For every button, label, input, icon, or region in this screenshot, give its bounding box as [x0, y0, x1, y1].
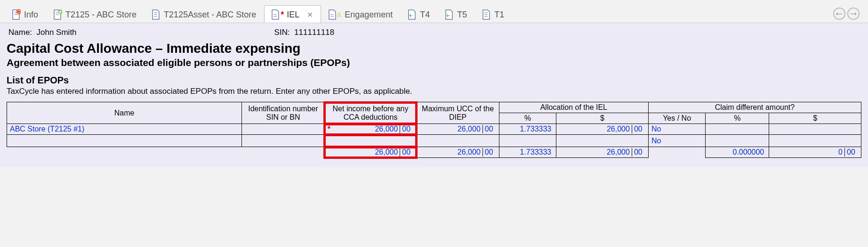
total-cd-dollars: 0 — [772, 148, 845, 156]
total-net-cents: 00 — [400, 148, 413, 156]
cd-pct[interactable] — [706, 124, 769, 135]
page-subtitle: Agreement between associated eligible pe… — [7, 57, 861, 68]
tab-iel[interactable]: * IEL ✕ — [264, 5, 321, 23]
name-value: John Smith — [37, 28, 77, 37]
page-title: Capital Cost Allowance – Immediate expen… — [7, 41, 861, 56]
tab-label: T2125Asset - ABC Store — [164, 10, 256, 20]
tab-label: IEL — [287, 10, 299, 20]
th-claimdiff: Claim different amount? — [648, 102, 861, 113]
doc-icon — [151, 9, 161, 20]
doc-icon — [481, 9, 491, 20]
tab-label: Info — [24, 10, 38, 20]
row-id[interactable] — [242, 124, 324, 135]
tab-t5[interactable]: T5 — [438, 5, 475, 23]
alloc-pct[interactable] — [499, 135, 556, 147]
tab-engagement[interactable]: ⚠ Engagement — [321, 5, 401, 23]
alloc-dollars[interactable]: 26,000 — [559, 125, 632, 133]
table-row: No — [7, 135, 861, 147]
doc-plus-icon — [407, 9, 417, 20]
total-cd-cents: 00 — [845, 148, 858, 156]
th-cd-dol: $ — [769, 113, 861, 124]
tab-label: T5 — [457, 10, 467, 20]
total-ucc-dollars: 26,000 — [419, 148, 482, 156]
doc-check-icon — [52, 9, 63, 20]
th-allocation: Allocation of the IEL — [499, 102, 648, 113]
nav-prev-button[interactable]: ← — [833, 8, 845, 20]
th-cd-pct: % — [706, 113, 769, 124]
warning-icon: ⚠ — [337, 11, 342, 18]
sin-label: SIN: — [274, 28, 290, 37]
ucc-amount[interactable] — [417, 135, 499, 147]
totals-row: 26,00000 26,00000 1.733333 26,00000 0.00… — [7, 147, 861, 158]
yesno-select[interactable]: No — [651, 137, 661, 145]
tab-t1[interactable]: T1 — [475, 5, 512, 23]
row-name[interactable]: ABC Store (T2125 #1) — [10, 125, 239, 133]
total-ucc-cents: 00 — [483, 148, 496, 156]
alloc-cents[interactable]: 00 — [632, 125, 645, 133]
th-alloc-dol: $ — [556, 113, 649, 124]
cd-pct[interactable] — [706, 135, 769, 147]
required-star-icon: * — [328, 125, 332, 133]
cd-amount[interactable] — [769, 135, 861, 147]
net-income-dollars[interactable]: 26,000 — [332, 125, 400, 133]
total-alloc-pct: 1.733333 — [502, 148, 553, 156]
total-cd-pct: 0.000000 — [708, 148, 766, 156]
section-title: List of EPOPs — [7, 75, 861, 86]
th-yesno: Yes / No — [648, 113, 705, 124]
doc-star-icon — [270, 9, 281, 20]
tab-strip: Info T2125 - ABC Store T2125Asset - ABC … — [0, 0, 868, 23]
row-id[interactable] — [242, 135, 324, 147]
th-netincome: Net income before any CCA deductions — [324, 102, 417, 124]
total-net-dollars: 26,000 — [328, 148, 401, 156]
total-alloc-cents: 00 — [632, 148, 645, 156]
epop-table: Name Identification number SIN or BN Net… — [7, 102, 861, 158]
th-alloc-pct: % — [499, 113, 556, 124]
tab-t2125asset[interactable]: T2125Asset - ABC Store — [145, 5, 264, 23]
tab-t4[interactable]: T4 — [401, 5, 438, 23]
tab-label: Engagement — [345, 10, 393, 20]
worksheet: Name: John Smith SIN: 111111118 Capital … — [0, 23, 868, 167]
tab-info[interactable]: Info — [5, 5, 46, 23]
cd-amount[interactable] — [769, 124, 861, 135]
th-maxucc: Maximum UCC of the DIEP — [417, 102, 499, 124]
ucc-cents[interactable]: 00 — [483, 125, 496, 133]
total-alloc-dollars: 26,000 — [559, 148, 632, 156]
row-name[interactable] — [7, 135, 242, 147]
doc-plus-icon — [444, 9, 454, 20]
table-row: ABC Store (T2125 #1) *26,00000 26,00000 … — [7, 124, 861, 135]
tab-label: T4 — [420, 10, 430, 20]
close-icon[interactable]: ✕ — [307, 10, 313, 19]
th-name: Name — [7, 102, 242, 124]
tab-t2125[interactable]: T2125 - ABC Store — [46, 5, 145, 23]
sin-value: 111111118 — [294, 28, 334, 37]
alloc-pct[interactable]: 1.733333 — [502, 125, 553, 133]
name-label: Name: — [8, 28, 32, 37]
doc-minus-icon — [11, 9, 21, 20]
nav-arrows: ← → — [829, 8, 863, 23]
tab-label: T1 — [494, 10, 504, 20]
nav-next-button[interactable]: → — [847, 8, 860, 20]
tab-label: T2125 - ABC Store — [65, 10, 137, 20]
yesno-select[interactable]: No — [651, 125, 661, 133]
alloc-amount[interactable] — [556, 135, 649, 147]
ucc-dollars[interactable]: 26,000 — [419, 125, 482, 133]
doc-warn-icon — [327, 9, 338, 20]
net-income-cents[interactable]: 00 — [400, 125, 413, 133]
th-id: Identification number SIN or BN — [242, 102, 324, 124]
required-star-icon: * — [281, 10, 284, 20]
instructions: TaxCycle has entered information about a… — [7, 87, 861, 96]
